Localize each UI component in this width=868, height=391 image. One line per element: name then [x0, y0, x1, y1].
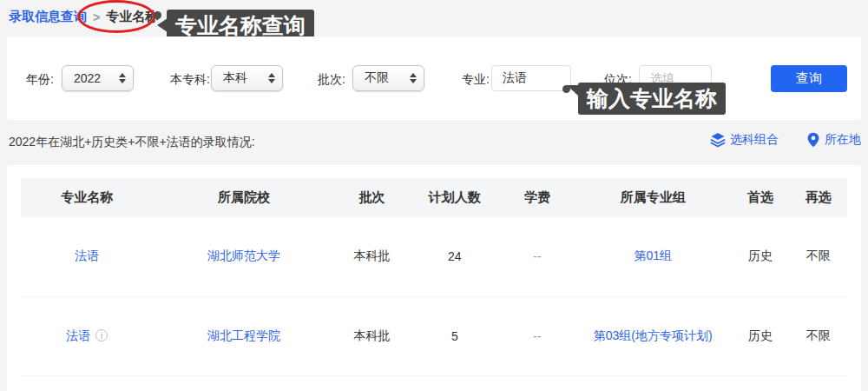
- table-header-row: 专业名称 所属院校 批次 计划人数 学费 所属专业组 首选 再选: [21, 178, 847, 217]
- breadcrumb-link-admission-info[interactable]: 录取信息查询: [9, 9, 87, 25]
- info-icon[interactable]: [95, 329, 108, 341]
- header-first-choice: 首选: [732, 178, 790, 217]
- major-input[interactable]: [491, 65, 571, 91]
- group-link[interactable]: 第03组(地方专项计划): [594, 328, 713, 342]
- second-choice-cell: 不限: [789, 217, 847, 296]
- first-choice-cell: 历史: [732, 217, 790, 296]
- breadcrumb-current: 专业名称: [106, 9, 158, 25]
- select-stepper-icon: [268, 73, 275, 83]
- header-tuition: 学费: [500, 178, 575, 217]
- filter-panel: 年份: 2022 本专科: 本科 批次: 不限 专业: 位次: 查询: [7, 36, 861, 120]
- group-link[interactable]: 第01组: [634, 249, 672, 262]
- annotation-callout-major-input: 输入专业名称: [578, 83, 726, 115]
- header-second-choice: 再选: [789, 178, 847, 217]
- year-select[interactable]: 2022: [62, 65, 134, 91]
- results-table-card: 专业名称 所属院校 批次 计划人数 学费 所属专业组 首选 再选 法语 湖北师范…: [7, 165, 861, 391]
- school-link[interactable]: 湖北师范大学: [207, 249, 280, 262]
- select-stepper-icon: [410, 73, 417, 83]
- year-label: 年份:: [26, 72, 54, 88]
- location-pin-icon: [806, 132, 820, 148]
- batch-select-value: 不限: [365, 70, 389, 86]
- school-link[interactable]: 湖北工程学院: [207, 328, 280, 342]
- tuition-cell: --: [500, 296, 575, 375]
- header-major: 专业名称: [21, 178, 153, 217]
- breadcrumb: 录取信息查询 > 专业名称: [9, 9, 158, 25]
- result-summary: 2022年在湖北+历史类+不限+法语的录取情况:: [9, 135, 255, 150]
- select-stepper-icon: [119, 73, 126, 83]
- major-label: 专业:: [462, 72, 490, 88]
- batch-label: 批次:: [318, 72, 345, 88]
- header-batch: 批次: [335, 178, 410, 217]
- header-school: 所属院校: [153, 178, 334, 217]
- breadcrumb-separator: >: [93, 10, 100, 24]
- first-choice-cell: 历史: [732, 296, 790, 375]
- level-label: 本专科:: [170, 72, 210, 88]
- year-select-value: 2022: [74, 71, 101, 85]
- second-choice-cell: 不限: [789, 296, 847, 375]
- plan-count-cell: 5: [409, 296, 500, 375]
- major-link[interactable]: 法语: [75, 249, 99, 262]
- results-table: 专业名称 所属院校 批次 计划人数 学费 所属专业组 首选 再选 法语 湖北师范…: [21, 178, 847, 376]
- header-group: 所属专业组: [575, 178, 732, 217]
- tuition-cell: --: [500, 217, 575, 296]
- header-plan-count: 计划人数: [409, 178, 500, 217]
- table-row: 法语 湖北工程学院 本科批 5 -- 第03组(地方专项计划) 历史 不限: [21, 296, 847, 375]
- tool-links: 选科组合 所在地: [710, 132, 861, 148]
- table-row: 法语 湖北师范大学 本科批 24 -- 第01组 历史 不限: [21, 217, 847, 296]
- location-link[interactable]: 所在地: [806, 132, 861, 148]
- batch-cell: 本科批: [335, 217, 410, 296]
- callout-tail: [157, 18, 168, 32]
- major-link[interactable]: 法语: [66, 328, 90, 342]
- search-button[interactable]: 查询: [771, 65, 847, 92]
- level-select[interactable]: 本科: [211, 65, 283, 91]
- batch-select[interactable]: 不限: [352, 65, 424, 91]
- batch-cell: 本科批: [335, 296, 410, 375]
- layers-icon: [710, 132, 726, 148]
- subject-combination-link[interactable]: 选科组合: [710, 132, 779, 148]
- plan-count-cell: 24: [409, 217, 500, 296]
- level-select-value: 本科: [223, 70, 247, 86]
